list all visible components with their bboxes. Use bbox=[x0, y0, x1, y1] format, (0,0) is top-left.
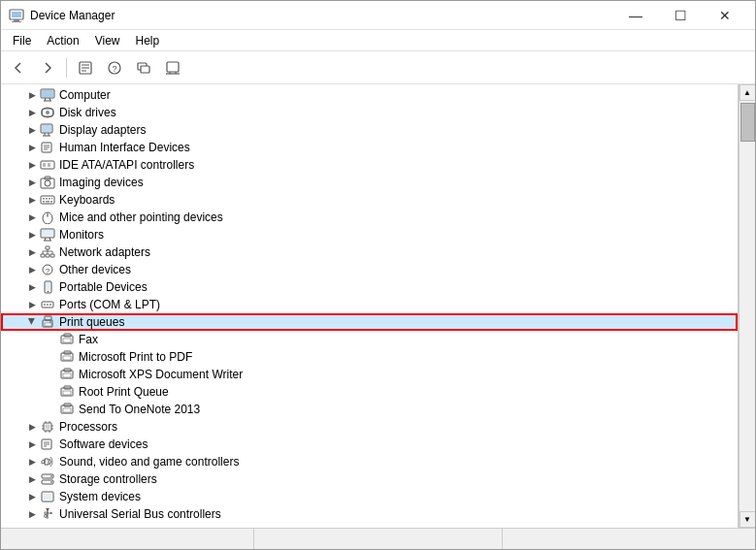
disk-icon bbox=[40, 105, 55, 120]
toolbar-scan[interactable] bbox=[159, 55, 186, 81]
toolbar-properties[interactable] bbox=[72, 55, 99, 81]
tree-item-computer[interactable]: ▶ Computer bbox=[1, 86, 738, 104]
tree-label-hid: Human Interface Devices bbox=[59, 141, 190, 154]
tree-item-print-queues[interactable]: ▶ Print queues bbox=[1, 313, 738, 331]
svg-rect-67 bbox=[46, 282, 50, 290]
menu-view[interactable]: View bbox=[87, 30, 128, 51]
svg-rect-75 bbox=[45, 323, 51, 326]
display-icon bbox=[40, 122, 55, 138]
svg-point-71 bbox=[47, 304, 49, 306]
tree-item-software-devices[interactable]: ▶ Software devices bbox=[1, 436, 738, 453]
svg-rect-93 bbox=[46, 425, 50, 430]
tree-item-ports[interactable]: ▶ Ports (COM & LPT) bbox=[1, 296, 738, 313]
tree-item-disk-drives[interactable]: ▶ Disk drives bbox=[1, 104, 738, 121]
tree-item-system-devices[interactable]: ▶ System devices bbox=[1, 488, 738, 505]
tree-item-portable[interactable]: ▶ Portable Devices bbox=[1, 278, 738, 296]
maximize-button[interactable]: ☐ bbox=[658, 1, 703, 30]
svg-point-22 bbox=[46, 111, 49, 114]
camera-icon bbox=[40, 175, 55, 190]
tree-item-display-adapters[interactable]: ▶ Display adapters bbox=[1, 121, 738, 139]
tree-item-ms-pdf[interactable]: ▶ Microsoft Print to PDF bbox=[1, 348, 738, 366]
tree-item-network[interactable]: ▶ Network adapters bbox=[1, 243, 738, 261]
tree-item-fax[interactable]: ▶ Fax bbox=[1, 331, 738, 348]
tree-item-sound[interactable]: ▶ Sound, video and game controllers bbox=[1, 453, 738, 470]
tree-label-ms-xps: Microsoft XPS Document Writer bbox=[79, 368, 243, 381]
svg-rect-117 bbox=[50, 512, 52, 514]
svg-rect-82 bbox=[63, 356, 71, 360]
chevron-network: ▶ bbox=[24, 244, 40, 260]
tree-item-usb[interactable]: ▶ Universal Serial Bus controllers bbox=[1, 505, 738, 523]
tree-item-imaging[interactable]: ▶ Imaging devices bbox=[1, 174, 738, 191]
svg-point-68 bbox=[48, 291, 49, 293]
svg-text:?: ? bbox=[46, 267, 50, 275]
ide-icon bbox=[40, 157, 55, 173]
menu-action[interactable]: Action bbox=[39, 30, 86, 51]
tree-item-monitors[interactable]: ▶ Monitors bbox=[1, 226, 738, 243]
svg-rect-46 bbox=[50, 201, 52, 203]
svg-rect-55 bbox=[46, 246, 49, 249]
svg-point-76 bbox=[49, 321, 51, 323]
scroll-down[interactable]: ▼ bbox=[740, 511, 756, 528]
tree-item-mice[interactable]: ▶ Mice and other pointing devices bbox=[1, 209, 738, 226]
tree-item-ide[interactable]: ▶ IDE ATA/ATAPI controllers bbox=[1, 156, 738, 174]
tree-label-portable: Portable Devices bbox=[59, 280, 148, 294]
chevron-computer: ▶ bbox=[24, 87, 40, 103]
svg-rect-79 bbox=[63, 339, 71, 342]
scroll-up[interactable]: ▲ bbox=[740, 84, 756, 101]
toolbar-back[interactable] bbox=[5, 55, 32, 81]
window-title: Device Manager bbox=[30, 9, 613, 22]
close-button[interactable]: ✕ bbox=[703, 1, 747, 30]
scrollbar[interactable]: ▲ ▼ bbox=[739, 84, 755, 528]
svg-rect-58 bbox=[50, 254, 54, 257]
scroll-thumb[interactable] bbox=[740, 103, 755, 142]
chevron-display: ▶ bbox=[24, 122, 40, 138]
minimize-button[interactable]: — bbox=[613, 1, 658, 30]
svg-rect-35 bbox=[48, 163, 50, 167]
toolbar-update[interactable] bbox=[130, 55, 157, 81]
device-tree[interactable]: ▶ Computer ▶ Disk drives ▶ Di bbox=[1, 84, 739, 528]
svg-point-49 bbox=[47, 214, 49, 216]
svg-rect-40 bbox=[43, 198, 45, 200]
chevron-sound: ▶ bbox=[24, 454, 40, 469]
monitor-icon bbox=[40, 227, 55, 243]
ports-icon bbox=[40, 297, 55, 312]
tree-item-storage[interactable]: ▶ Storage controllers bbox=[1, 470, 738, 488]
svg-marker-106 bbox=[45, 459, 49, 465]
tree-item-processors[interactable]: ▶ Processors bbox=[1, 418, 738, 436]
menu-help[interactable]: Help bbox=[128, 30, 168, 51]
tree-item-keyboards[interactable]: ▶ Keyboards bbox=[1, 191, 738, 209]
svg-rect-11 bbox=[141, 66, 149, 73]
svg-rect-45 bbox=[46, 201, 49, 203]
svg-rect-113 bbox=[44, 494, 51, 500]
software-icon bbox=[40, 437, 55, 452]
tree-item-other[interactable]: ▶ ? Other devices bbox=[1, 261, 738, 278]
tree-label-mice: Mice and other pointing devices bbox=[59, 210, 223, 224]
svg-rect-25 bbox=[42, 125, 51, 132]
tree-item-ms-xps[interactable]: ▶ Microsoft XPS Document Writer bbox=[1, 366, 738, 383]
network-icon bbox=[40, 244, 55, 260]
tree-label-display: Display adapters bbox=[59, 123, 146, 137]
computer-icon bbox=[40, 87, 55, 103]
svg-rect-44 bbox=[43, 201, 45, 203]
chevron-processors: ▶ bbox=[24, 419, 40, 435]
window-icon bbox=[9, 8, 24, 23]
chevron-system: ▶ bbox=[24, 489, 40, 504]
fax-icon bbox=[59, 332, 75, 347]
chevron-software: ▶ bbox=[24, 437, 40, 452]
toolbar-forward[interactable] bbox=[34, 55, 61, 81]
chevron-portable: ▶ bbox=[24, 279, 40, 295]
tree-label-ide: IDE ATA/ATAPI controllers bbox=[59, 158, 194, 172]
toolbar-help[interactable]: ? bbox=[101, 55, 128, 81]
menu-file[interactable]: File bbox=[5, 30, 39, 51]
tree-label-print-queues: Print queues bbox=[59, 315, 124, 329]
tree-item-root-print[interactable]: ▶ Root Print Queue bbox=[1, 383, 738, 401]
status-pane-1 bbox=[5, 529, 254, 549]
svg-rect-39 bbox=[41, 196, 54, 204]
chevron-disk: ▶ bbox=[24, 105, 40, 120]
mouse-icon bbox=[40, 210, 55, 225]
tree-label-root-print: Root Print Queue bbox=[79, 385, 169, 399]
tree-item-hid[interactable]: ▶ Human Interface Devices bbox=[1, 139, 738, 156]
tree-item-onenote[interactable]: ▶ Send To OneNote 2013 bbox=[1, 401, 738, 418]
printer-icon bbox=[40, 314, 55, 330]
svg-point-72 bbox=[49, 304, 51, 306]
